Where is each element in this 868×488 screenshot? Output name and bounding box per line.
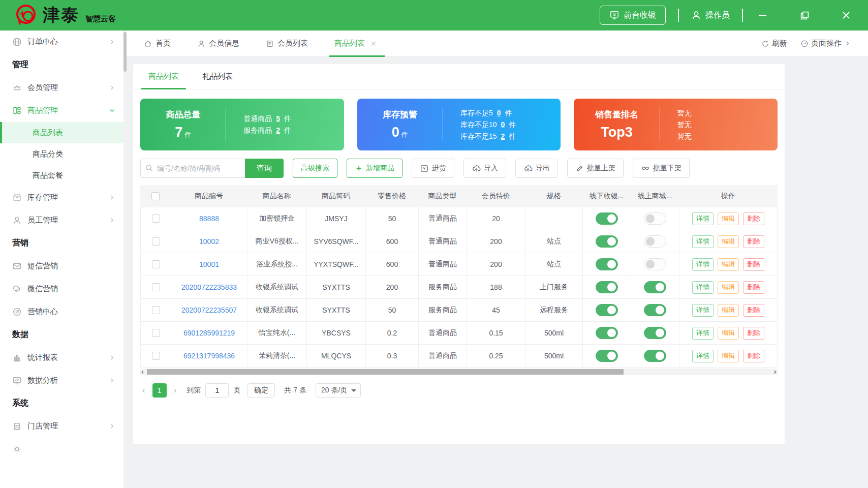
delete-button[interactable]: 删除 bbox=[743, 327, 764, 340]
page-actions-button[interactable]: 页面操作 bbox=[800, 39, 851, 48]
tab-product-list-inner[interactable]: 商品列表 bbox=[148, 72, 179, 89]
tab-gift-list-inner[interactable]: 礼品列表 bbox=[202, 72, 233, 89]
delete-button[interactable]: 删除 bbox=[743, 350, 764, 362]
sidebar-item-store-manage[interactable]: 门店管理 bbox=[0, 415, 123, 438]
delete-button[interactable]: 删除 bbox=[743, 281, 764, 294]
sidebar-item-staff-manage[interactable]: 员工管理 bbox=[0, 209, 123, 232]
search-icon bbox=[145, 164, 153, 172]
delete-button[interactable]: 删除 bbox=[743, 258, 764, 271]
offline-toggle[interactable] bbox=[596, 235, 618, 248]
sidebar-item-sms-marketing[interactable]: 短信营销 bbox=[0, 255, 123, 278]
search-input[interactable] bbox=[140, 159, 245, 178]
row-checkbox[interactable] bbox=[152, 237, 160, 246]
tab-product-list[interactable]: 商品列表 ✕ bbox=[334, 30, 377, 57]
detail-button[interactable]: 详情 bbox=[692, 258, 714, 271]
sidebar-item-data-analysis[interactable]: 数据分析 bbox=[0, 369, 123, 392]
row-checkbox[interactable] bbox=[152, 329, 160, 337]
goto-page-input[interactable] bbox=[205, 383, 229, 398]
product-code-link[interactable]: 10001 bbox=[199, 260, 219, 268]
offline-toggle[interactable] bbox=[596, 350, 618, 362]
product-code-link[interactable]: 6921317998436 bbox=[183, 352, 235, 360]
row-checkbox[interactable] bbox=[152, 306, 160, 314]
batch-off-shelf-button[interactable]: 批量下架 bbox=[633, 159, 690, 178]
edit-button[interactable]: 编辑 bbox=[718, 327, 739, 340]
refresh-button[interactable]: 刷新 bbox=[761, 39, 787, 48]
scroll-right-icon[interactable] bbox=[774, 370, 777, 374]
sidebar-item-partial[interactable] bbox=[0, 438, 123, 461]
sidebar-item-product-category[interactable]: 商品分类 bbox=[0, 143, 123, 165]
delete-button[interactable]: 删除 bbox=[743, 304, 764, 317]
sidebar-item-stock-manage[interactable]: 库存管理 bbox=[0, 186, 123, 209]
add-product-button[interactable]: ＋ 新增商品 bbox=[347, 159, 402, 178]
product-code-link[interactable]: 88888 bbox=[199, 215, 219, 223]
online-toggle[interactable] bbox=[644, 212, 666, 225]
online-toggle[interactable] bbox=[644, 304, 666, 316]
prev-page-icon[interactable]: ‹ bbox=[140, 385, 147, 395]
tab-home[interactable]: 首页 bbox=[144, 30, 171, 57]
offline-toggle[interactable] bbox=[596, 281, 618, 293]
cashier-button[interactable]: ¥ 前台收银 bbox=[600, 6, 666, 25]
product-code-link[interactable]: 6901285991219 bbox=[183, 329, 235, 337]
row-checkbox[interactable] bbox=[152, 260, 160, 268]
query-button[interactable]: 查询 bbox=[245, 159, 284, 178]
sidebar-item-product-combo[interactable]: 商品套餐 bbox=[0, 165, 123, 186]
edit-button[interactable]: 编辑 bbox=[718, 235, 739, 248]
advanced-search-button[interactable]: 高级搜索 bbox=[293, 159, 337, 178]
product-code-link[interactable]: 20200722235507 bbox=[181, 306, 237, 314]
sidebar-item-marketing-center[interactable]: 营销中心 bbox=[0, 300, 123, 323]
sidebar-item-product-list[interactable]: 商品列表 bbox=[0, 122, 123, 143]
edit-button[interactable]: 编辑 bbox=[718, 304, 739, 317]
online-toggle[interactable] bbox=[644, 235, 666, 248]
scroll-left-icon[interactable] bbox=[141, 370, 143, 374]
detail-button[interactable]: 详情 bbox=[692, 212, 714, 225]
product-code-link[interactable]: 20200722235833 bbox=[181, 283, 237, 291]
detail-button[interactable]: 详情 bbox=[692, 327, 714, 340]
product-code-link[interactable]: 10002 bbox=[199, 237, 219, 246]
online-toggle[interactable] bbox=[644, 327, 666, 339]
row-checkbox[interactable] bbox=[152, 215, 160, 223]
edit-button[interactable]: 编辑 bbox=[718, 281, 739, 294]
minimize-button[interactable] bbox=[755, 8, 770, 23]
row-checkbox[interactable] bbox=[152, 283, 160, 291]
scrollbar-thumb[interactable] bbox=[147, 369, 624, 375]
delete-button[interactable]: 删除 bbox=[743, 212, 764, 225]
detail-button[interactable]: 详情 bbox=[692, 235, 714, 248]
confirm-button[interactable]: 确定 bbox=[247, 383, 275, 398]
edit-button[interactable]: 编辑 bbox=[718, 258, 739, 271]
close-button[interactable] bbox=[839, 8, 854, 23]
sidebar-item-product-manage[interactable]: 商品管理 bbox=[0, 99, 123, 122]
batch-on-shelf-button[interactable]: 批量上架 bbox=[567, 159, 624, 178]
online-toggle[interactable] bbox=[644, 281, 666, 293]
edit-button[interactable]: 编辑 bbox=[718, 212, 739, 225]
edit-button[interactable]: 编辑 bbox=[718, 350, 739, 362]
select-all-checkbox[interactable] bbox=[151, 192, 160, 200]
detail-button[interactable]: 详情 bbox=[692, 304, 714, 317]
detail-button[interactable]: 详情 bbox=[692, 350, 714, 362]
offline-toggle[interactable] bbox=[596, 258, 618, 270]
sidebar-item-member-manage[interactable]: 会员管理 bbox=[0, 76, 123, 99]
tab-member-list[interactable]: 会员列表 bbox=[266, 30, 308, 57]
import-button[interactable]: 导入 bbox=[463, 159, 506, 178]
horizontal-scrollbar[interactable] bbox=[140, 369, 778, 375]
offline-toggle[interactable] bbox=[596, 212, 618, 225]
online-toggle[interactable] bbox=[644, 350, 666, 362]
sidebar-item-wechat-marketing[interactable]: 微信营销 bbox=[0, 278, 123, 300]
detail-button[interactable]: 详情 bbox=[692, 281, 714, 294]
online-toggle[interactable] bbox=[644, 258, 666, 270]
offline-toggle[interactable] bbox=[596, 327, 618, 339]
maximize-button[interactable] bbox=[797, 8, 812, 23]
next-page-icon[interactable]: › bbox=[172, 385, 179, 395]
row-checkbox[interactable] bbox=[152, 352, 160, 360]
page-number-button[interactable]: 1 bbox=[152, 383, 167, 398]
tab-close-icon[interactable]: ✕ bbox=[370, 40, 377, 48]
delete-button[interactable]: 删除 bbox=[743, 235, 764, 248]
operator-menu[interactable]: 操作员 bbox=[691, 10, 730, 21]
offline-toggle[interactable] bbox=[596, 304, 618, 316]
purchase-button[interactable]: ¥ 进货 bbox=[412, 159, 454, 178]
page-size-select[interactable]: 20 条/页 bbox=[316, 383, 361, 398]
export-button[interactable]: 导出 bbox=[515, 159, 558, 178]
button-label: 进货 bbox=[432, 164, 446, 173]
sidebar-item-stats-report[interactable]: 统计报表 bbox=[0, 346, 123, 369]
tab-member-info[interactable]: 会员信息 bbox=[197, 30, 239, 57]
sidebar-item-order-center[interactable]: 订单中心 bbox=[0, 30, 123, 53]
